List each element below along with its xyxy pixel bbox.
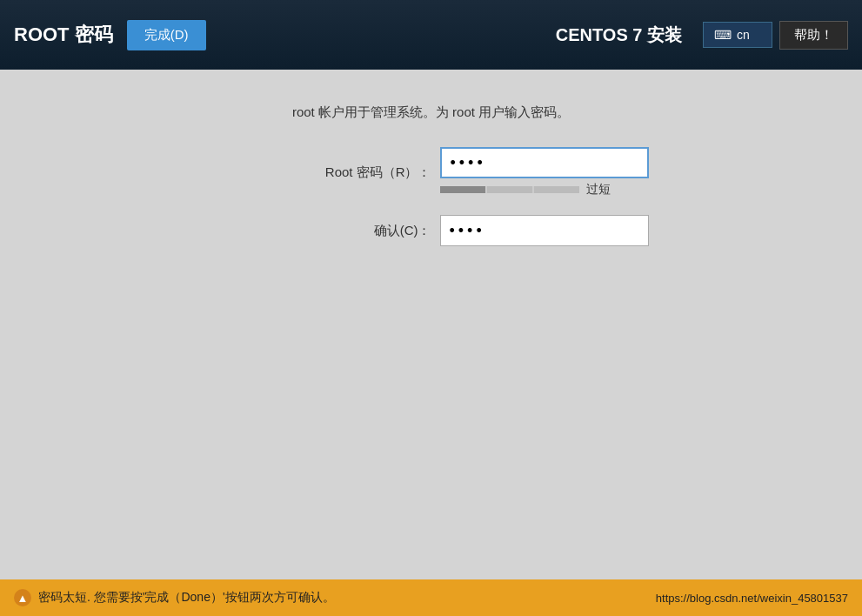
strength-text: 过短 (586, 182, 611, 198)
main-content: root 帐户用于管理系统。为 root 用户输入密码。 Root 密码（R）：… (0, 70, 862, 579)
warning-bar: ▲ 密码太短. 您需要按'完成（Done）'按钮两次方可确认。 https://… (0, 579, 862, 616)
warning-left: ▲ 密码太短. 您需要按'完成（Done）'按钮两次方可确认。 (14, 589, 335, 606)
root-password-input-wrapper: 过短 (440, 147, 649, 198)
description-text: root 帐户用于管理系统。为 root 用户输入密码。 (292, 104, 570, 121)
root-password-row: Root 密码（R）： 过短 (214, 147, 649, 198)
warning-url: https://blog.csdn.net/weixin_45801537 (656, 592, 848, 605)
header-right: CENTOS 7 安装 ⌨ cn 帮助！ (556, 21, 848, 50)
header: ROOT 密码 完成(D) CENTOS 7 安装 ⌨ cn 帮助！ (0, 0, 862, 70)
keyboard-icon: ⌨ (714, 28, 732, 42)
done-button[interactable]: 完成(D) (127, 20, 206, 50)
strength-segment-1 (440, 186, 485, 193)
confirm-password-row: 确认(C)： (214, 215, 649, 246)
strength-bar (440, 186, 579, 193)
confirm-password-label: 确认(C)： (374, 223, 431, 239)
help-button[interactable]: 帮助！ (779, 21, 848, 50)
warning-icon: ▲ (14, 589, 31, 606)
strength-row: 过短 (440, 182, 649, 198)
confirm-password-input[interactable] (440, 215, 649, 246)
warning-message: 密码太短. 您需要按'完成（Done）'按钮两次方可确认。 (38, 590, 335, 606)
page-title: ROOT 密码 (14, 22, 113, 48)
root-password-label: Root 密码（R）： (325, 164, 431, 181)
centos-title: CENTOS 7 安装 (556, 23, 682, 47)
form-container: Root 密码（R）： 过短 确认(C)： (214, 147, 649, 246)
root-password-input[interactable] (440, 147, 649, 178)
strength-segment-2 (487, 186, 532, 193)
language-selector[interactable]: ⌨ cn (703, 22, 772, 48)
strength-segment-3 (534, 186, 579, 193)
lang-label: cn (737, 28, 750, 42)
header-left: ROOT 密码 完成(D) (14, 20, 206, 50)
